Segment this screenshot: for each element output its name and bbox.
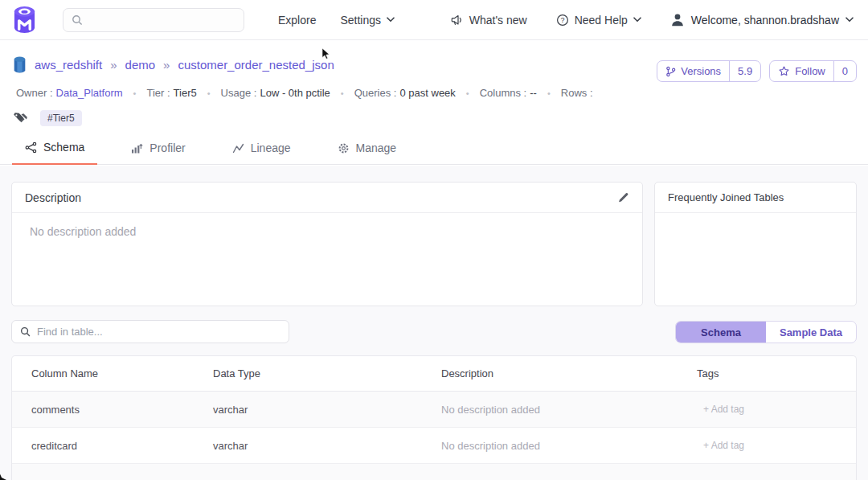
breadcrumb-link-table[interactable]: customer_order_nested_json xyxy=(178,58,334,72)
redshift-icon xyxy=(13,56,27,73)
queries-value: 0 past week xyxy=(399,87,455,99)
tab-lineage-label: Lineage xyxy=(251,142,291,154)
schema-network-icon xyxy=(25,142,37,154)
toggle-sample-data[interactable]: Sample Data xyxy=(766,322,856,343)
description-card-title: Description xyxy=(25,191,81,204)
breadcrumb-separator: » xyxy=(163,58,170,72)
svg-text:?: ? xyxy=(560,16,564,24)
tab-manage-label: Manage xyxy=(356,142,397,154)
meta-separator: • xyxy=(547,88,551,98)
table-row[interactable]: comments varchar No description added + … xyxy=(12,392,856,428)
description-card: Description No description added xyxy=(11,182,643,306)
usage-value: Low - 0th pctile xyxy=(260,87,330,99)
welcome-label: Welcome, shannon.bradshaw xyxy=(691,14,839,27)
columns-value: -- xyxy=(530,87,537,99)
question-circle-icon: ? xyxy=(556,14,569,27)
partial-table-row xyxy=(12,464,856,480)
schema-sample-toggle: Schema Sample Data xyxy=(675,321,857,343)
toggle-schema[interactable]: Schema xyxy=(676,322,766,343)
breadcrumb-link-schema[interactable]: demo xyxy=(125,58,156,72)
tab-profiler[interactable]: Profiler xyxy=(118,141,198,165)
cell-column-name: comments xyxy=(12,404,194,416)
nav-settings[interactable]: Settings xyxy=(340,14,395,27)
chevron-down-icon xyxy=(633,17,641,23)
nav-settings-label: Settings xyxy=(340,14,381,27)
add-tag-button[interactable]: + Add tag xyxy=(678,440,856,451)
rows-label: Rows : xyxy=(561,87,593,99)
find-in-table-box[interactable] xyxy=(11,320,289,343)
follow-count: 0 xyxy=(833,61,856,81)
usage-label: Usage : xyxy=(221,87,257,99)
cell-column-name: creditcard xyxy=(12,440,194,452)
tab-manage[interactable]: Manage xyxy=(325,141,410,165)
cell-description: No description added xyxy=(422,404,678,416)
nav-explore-label: Explore xyxy=(278,14,316,27)
search-input[interactable] xyxy=(89,14,226,26)
owner-label: Owner : xyxy=(16,87,53,99)
breadcrumb-separator: » xyxy=(110,58,117,72)
edit-description-button[interactable] xyxy=(617,191,629,203)
col-header-tags: Tags xyxy=(678,367,856,379)
col-header-column-name: Column Name xyxy=(12,367,194,379)
tier-value: Tier5 xyxy=(174,87,197,99)
chevron-down-icon xyxy=(387,17,395,23)
avatar-icon xyxy=(670,13,685,27)
whats-new-label: What's new xyxy=(469,14,527,27)
search-icon xyxy=(72,14,83,26)
main-content: Description No description added Frequen… xyxy=(0,166,868,480)
versions-count: 5.9 xyxy=(729,61,760,81)
meta-separator: • xyxy=(466,88,469,98)
megaphone-icon xyxy=(450,14,464,27)
meta-separator: • xyxy=(207,88,211,98)
queries-label: Queries : xyxy=(354,87,397,99)
tags-row: #Tier5 xyxy=(13,110,82,126)
cell-description: No description added xyxy=(422,440,678,452)
tab-schema-label: Schema xyxy=(43,141,84,154)
meta-separator: • xyxy=(341,88,344,98)
tab-lineage[interactable]: Lineage xyxy=(219,141,304,165)
global-search[interactable] xyxy=(63,8,244,32)
top-navbar: Explore Settings What's new ? xyxy=(0,0,868,40)
follow-button[interactable]: Follow 0 xyxy=(769,60,857,82)
columns-label: Columns : xyxy=(480,87,527,99)
gear-icon xyxy=(338,142,350,154)
asset-header: aws_redshift » demo » customer_order_nes… xyxy=(0,40,868,165)
branch-icon xyxy=(665,66,676,77)
col-header-description: Description xyxy=(422,367,678,379)
table-header-row: Column Name Data Type Description Tags xyxy=(12,356,856,392)
tab-schema[interactable]: Schema xyxy=(12,141,97,165)
star-icon xyxy=(778,65,790,77)
follow-label: Follow xyxy=(795,65,825,77)
user-menu[interactable]: Welcome, shannon.bradshaw xyxy=(670,13,854,27)
owner-value-link[interactable]: Data_Platform xyxy=(56,87,123,99)
app-logo-icon[interactable] xyxy=(12,6,37,34)
lineage-line-icon xyxy=(232,142,244,154)
tab-profiler-label: Profiler xyxy=(149,142,185,154)
frequently-joined-tables-card: Frequently Joined Tables xyxy=(654,182,857,306)
breadcrumb-link-database[interactable]: aws_redshift xyxy=(35,58,102,72)
whats-new-button[interactable]: What's new xyxy=(450,14,527,27)
cell-data-type: varchar xyxy=(194,440,422,452)
tag-chip-tier5[interactable]: #Tier5 xyxy=(40,110,82,126)
versions-button[interactable]: Versions 5.9 xyxy=(657,60,761,82)
add-tag-button[interactable]: + Add tag xyxy=(678,404,856,415)
versions-label: Versions xyxy=(681,65,721,77)
find-in-table-input[interactable] xyxy=(37,326,262,338)
columns-table: Column Name Data Type Description Tags c… xyxy=(11,355,857,480)
tier-label: Tier : xyxy=(146,87,170,99)
search-icon xyxy=(20,326,31,337)
table-row[interactable]: creditcard varchar No description added … xyxy=(12,428,856,464)
joined-tables-card-title: Frequently Joined Tables xyxy=(668,191,784,203)
col-header-data-type: Data Type xyxy=(194,367,422,379)
nav-explore[interactable]: Explore xyxy=(278,14,316,27)
need-help-button[interactable]: ? Need Help xyxy=(556,14,641,27)
need-help-label: Need Help xyxy=(575,14,628,27)
cell-data-type: varchar xyxy=(194,404,422,416)
tab-bar: Schema Profiler Lineage xyxy=(12,141,430,165)
profiler-bars-icon xyxy=(131,142,143,154)
chevron-down-icon xyxy=(845,17,854,23)
metadata-row: Owner :Data_Platform • Tier :Tier5 • Usa… xyxy=(16,87,596,99)
breadcrumb: aws_redshift » demo » customer_order_nes… xyxy=(13,56,334,73)
description-empty-text: No description added xyxy=(12,213,642,250)
meta-separator: • xyxy=(133,88,137,98)
